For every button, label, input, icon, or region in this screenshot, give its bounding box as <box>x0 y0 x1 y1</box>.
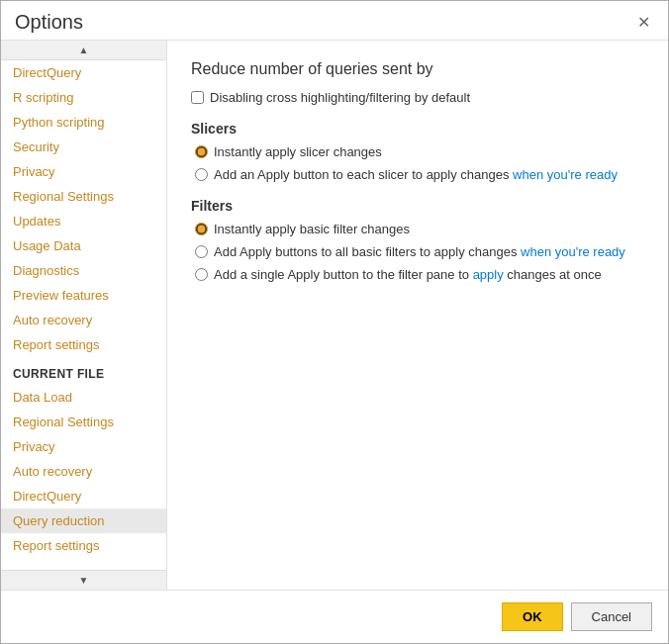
sidebar-item-r-scripting[interactable]: R scripting <box>1 85 166 110</box>
sidebar-item-privacy-cf[interactable]: Privacy <box>1 434 166 459</box>
highlight-when-ready-2: when you're ready <box>521 244 625 259</box>
filter-single-apply-label: Add a single Apply button to the filter … <box>214 267 602 282</box>
sidebar-item-report-settings[interactable]: Report settings <box>1 332 166 357</box>
sidebar-item-security[interactable]: Security <box>1 135 166 159</box>
filters-heading: Filters <box>191 198 644 214</box>
slicers-radio-group: Instantly apply slicer changes Add an Ap… <box>195 144 644 182</box>
sidebar-item-usage-data[interactable]: Usage Data <box>1 233 166 258</box>
cross-highlighting-row: Disabling cross highlighting/filtering b… <box>191 90 644 105</box>
cross-highlight-label: Disabling cross highlighting/filtering b… <box>210 90 470 105</box>
sidebar-item-query-reduction[interactable]: Query reduction <box>1 508 166 533</box>
slicer-apply-button-row: Add an Apply button to each slicer to ap… <box>195 167 644 182</box>
filter-single-apply-radio[interactable] <box>195 268 208 281</box>
filter-apply-all-label: Add Apply buttons to all basic filters t… <box>214 244 625 259</box>
sidebar-item-updates[interactable]: Updates <box>1 209 166 233</box>
main-content: Reduce number of queries sent by Disabli… <box>167 41 668 590</box>
content-heading: Reduce number of queries sent by <box>191 60 644 78</box>
cross-highlight-checkbox[interactable] <box>191 91 204 104</box>
sidebar-item-data-load[interactable]: Data Load <box>1 385 166 410</box>
sidebar-item-python-scripting[interactable]: Python scripting <box>1 110 166 135</box>
dialog-footer: OK Cancel <box>1 590 668 643</box>
filter-instant-radio[interactable] <box>195 223 208 235</box>
slicers-heading: Slicers <box>191 121 644 137</box>
slicer-instant-row: Instantly apply slicer changes <box>195 144 644 159</box>
slicer-instant-label: Instantly apply slicer changes <box>214 144 382 159</box>
filter-instant-row: Instantly apply basic filter changes <box>195 222 644 236</box>
scroll-down-arrow[interactable]: ▼ <box>1 570 166 590</box>
sidebar-item-directquery-cf[interactable]: DirectQuery <box>1 484 166 508</box>
sidebar-item-directquery[interactable]: DirectQuery <box>1 60 166 85</box>
sidebar-item-regional-settings-cf[interactable]: Regional Settings <box>1 410 166 434</box>
filter-apply-all-radio[interactable] <box>195 245 208 258</box>
sidebar-item-diagnostics[interactable]: Diagnostics <box>1 258 166 283</box>
slicer-instant-radio[interactable] <box>195 145 208 158</box>
sidebar-item-privacy[interactable]: Privacy <box>1 159 166 184</box>
title-bar: Options ✕ <box>1 1 668 40</box>
cancel-button[interactable]: Cancel <box>571 602 652 631</box>
sidebar-item-preview-features[interactable]: Preview features <box>1 283 166 308</box>
options-dialog: Options ✕ ▲ DirectQuery R scripting Pyth… <box>0 0 669 644</box>
sidebar-item-auto-recovery-cf[interactable]: Auto recovery <box>1 459 166 484</box>
close-button[interactable]: ✕ <box>633 13 654 33</box>
highlight-when-ready-1: when you're ready <box>513 167 618 182</box>
filter-single-apply-row: Add a single Apply button to the filter … <box>195 267 644 282</box>
scroll-up-arrow[interactable]: ▲ <box>1 41 166 60</box>
sidebar: ▲ DirectQuery R scripting Python scripti… <box>1 41 167 590</box>
filter-apply-all-row: Add Apply buttons to all basic filters t… <box>195 244 644 259</box>
slicer-apply-button-label: Add an Apply button to each slicer to ap… <box>214 167 618 182</box>
dialog-title: Options <box>15 11 83 34</box>
sidebar-item-auto-recovery[interactable]: Auto recovery <box>1 308 166 332</box>
filter-instant-label: Instantly apply basic filter changes <box>214 222 410 236</box>
highlight-apply: apply <box>473 267 504 282</box>
ok-button[interactable]: OK <box>502 602 563 631</box>
current-file-label: CURRENT FILE <box>1 357 166 385</box>
dialog-body: ▲ DirectQuery R scripting Python scripti… <box>1 40 668 590</box>
filters-radio-group: Instantly apply basic filter changes Add… <box>195 222 644 282</box>
sidebar-item-regional-settings[interactable]: Regional Settings <box>1 184 166 209</box>
slicer-apply-button-radio[interactable] <box>195 168 208 181</box>
sidebar-item-report-settings-cf[interactable]: Report settings <box>1 533 166 558</box>
sidebar-scroll[interactable]: DirectQuery R scripting Python scripting… <box>1 60 166 570</box>
